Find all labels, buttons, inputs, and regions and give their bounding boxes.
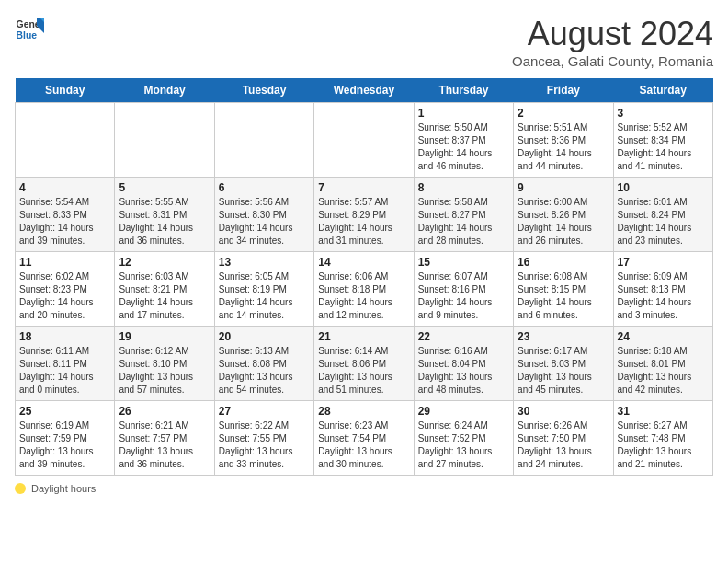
day-info: Sunrise: 6:02 AM Sunset: 8:23 PM Dayligh…: [19, 270, 110, 322]
calendar-day-header: Sunday: [16, 78, 115, 103]
day-info: Sunrise: 5:52 AM Sunset: 8:34 PM Dayligh…: [618, 121, 709, 173]
footer: Daylight hours: [15, 483, 713, 494]
day-info: Sunrise: 5:58 AM Sunset: 8:27 PM Dayligh…: [418, 196, 509, 247]
calendar-cell: 6Sunrise: 5:56 AM Sunset: 8:30 PM Daylig…: [214, 178, 313, 252]
calendar-day-header: Saturday: [613, 78, 712, 103]
day-info: Sunrise: 5:51 AM Sunset: 8:36 PM Dayligh…: [518, 121, 609, 173]
calendar-cell: [214, 103, 313, 178]
day-number: 20: [219, 330, 310, 343]
day-info: Sunrise: 6:12 AM Sunset: 8:10 PM Dayligh…: [119, 345, 210, 396]
day-number: 24: [618, 330, 709, 343]
calendar-week-row: 11Sunrise: 6:02 AM Sunset: 8:23 PM Dayli…: [16, 252, 713, 327]
day-number: 7: [318, 181, 409, 194]
title-block: August 2024 Oancea, Galati County, Roman…: [512, 15, 713, 69]
calendar-cell: 8Sunrise: 5:58 AM Sunset: 8:27 PM Daylig…: [414, 178, 513, 252]
day-number: 14: [318, 256, 409, 269]
day-info: Sunrise: 6:18 AM Sunset: 8:01 PM Dayligh…: [618, 345, 709, 396]
calendar-cell: 7Sunrise: 5:57 AM Sunset: 8:29 PM Daylig…: [314, 178, 414, 252]
calendar-cell: 22Sunrise: 6:16 AM Sunset: 8:04 PM Dayli…: [414, 327, 513, 401]
day-info: Sunrise: 5:55 AM Sunset: 8:31 PM Dayligh…: [119, 196, 210, 247]
calendar-header-row: SundayMondayTuesdayWednesdayThursdayFrid…: [16, 78, 713, 103]
daylight-icon: [15, 483, 26, 494]
calendar-cell: 27Sunrise: 6:22 AM Sunset: 7:55 PM Dayli…: [214, 401, 313, 476]
day-number: 19: [119, 330, 210, 343]
calendar-cell: 21Sunrise: 6:14 AM Sunset: 8:06 PM Dayli…: [314, 327, 414, 401]
day-number: 13: [219, 256, 310, 269]
calendar-cell: 2Sunrise: 5:51 AM Sunset: 8:36 PM Daylig…: [514, 103, 613, 178]
day-info: Sunrise: 5:54 AM Sunset: 8:33 PM Dayligh…: [19, 196, 110, 247]
day-number: 6: [219, 181, 310, 194]
calendar-cell: 24Sunrise: 6:18 AM Sunset: 8:01 PM Dayli…: [613, 327, 712, 401]
day-info: Sunrise: 6:14 AM Sunset: 8:06 PM Dayligh…: [318, 345, 409, 396]
calendar-cell: 26Sunrise: 6:21 AM Sunset: 7:57 PM Dayli…: [115, 401, 214, 476]
calendar-cell: 28Sunrise: 6:23 AM Sunset: 7:54 PM Dayli…: [314, 401, 414, 476]
day-info: Sunrise: 5:56 AM Sunset: 8:30 PM Dayligh…: [219, 196, 310, 247]
calendar-cell: 14Sunrise: 6:06 AM Sunset: 8:18 PM Dayli…: [314, 252, 414, 327]
footer-label: Daylight hours: [31, 483, 96, 494]
day-number: 5: [119, 181, 210, 194]
day-info: Sunrise: 6:03 AM Sunset: 8:21 PM Dayligh…: [119, 270, 210, 322]
calendar-cell: 1Sunrise: 5:50 AM Sunset: 8:37 PM Daylig…: [414, 103, 513, 178]
day-info: Sunrise: 6:26 AM Sunset: 7:50 PM Dayligh…: [518, 419, 609, 471]
calendar-cell: 10Sunrise: 6:01 AM Sunset: 8:24 PM Dayli…: [613, 178, 712, 252]
calendar-cell: 11Sunrise: 6:02 AM Sunset: 8:23 PM Dayli…: [16, 252, 115, 327]
calendar-cell: [16, 103, 115, 178]
day-number: 16: [518, 256, 609, 269]
day-number: 28: [318, 405, 409, 418]
calendar-cell: 18Sunrise: 6:11 AM Sunset: 8:11 PM Dayli…: [16, 327, 115, 401]
day-info: Sunrise: 6:27 AM Sunset: 7:48 PM Dayligh…: [618, 419, 709, 471]
day-number: 25: [19, 405, 110, 418]
day-info: Sunrise: 6:22 AM Sunset: 7:55 PM Dayligh…: [219, 419, 310, 471]
logo-icon: General Blue: [15, 15, 44, 44]
day-info: Sunrise: 6:08 AM Sunset: 8:15 PM Dayligh…: [518, 270, 609, 322]
day-info: Sunrise: 6:07 AM Sunset: 8:16 PM Dayligh…: [418, 270, 509, 322]
day-info: Sunrise: 5:50 AM Sunset: 8:37 PM Dayligh…: [418, 121, 509, 173]
day-info: Sunrise: 5:57 AM Sunset: 8:29 PM Dayligh…: [318, 196, 409, 247]
day-info: Sunrise: 6:00 AM Sunset: 8:26 PM Dayligh…: [518, 196, 609, 247]
day-info: Sunrise: 6:01 AM Sunset: 8:24 PM Dayligh…: [618, 196, 709, 247]
logo: General Blue: [15, 15, 48, 44]
day-info: Sunrise: 6:05 AM Sunset: 8:19 PM Dayligh…: [219, 270, 310, 322]
calendar-cell: [314, 103, 414, 178]
day-info: Sunrise: 6:09 AM Sunset: 8:13 PM Dayligh…: [618, 270, 709, 322]
day-number: 2: [518, 107, 609, 120]
calendar-cell: 5Sunrise: 5:55 AM Sunset: 8:31 PM Daylig…: [115, 178, 214, 252]
day-info: Sunrise: 6:24 AM Sunset: 7:52 PM Dayligh…: [418, 419, 509, 471]
calendar-week-row: 25Sunrise: 6:19 AM Sunset: 7:59 PM Dayli…: [16, 401, 713, 476]
day-info: Sunrise: 6:19 AM Sunset: 7:59 PM Dayligh…: [19, 419, 110, 471]
day-number: 18: [19, 330, 110, 343]
calendar-week-row: 4Sunrise: 5:54 AM Sunset: 8:33 PM Daylig…: [16, 178, 713, 252]
calendar-cell: 30Sunrise: 6:26 AM Sunset: 7:50 PM Dayli…: [514, 401, 613, 476]
day-number: 29: [418, 405, 509, 418]
calendar-day-header: Monday: [115, 78, 214, 103]
subtitle: Oancea, Galati County, Romania: [512, 53, 713, 69]
svg-text:Blue: Blue: [17, 30, 38, 40]
calendar-day-header: Thursday: [414, 78, 513, 103]
calendar-cell: 9Sunrise: 6:00 AM Sunset: 8:26 PM Daylig…: [514, 178, 613, 252]
calendar-week-row: 1Sunrise: 5:50 AM Sunset: 8:37 PM Daylig…: [16, 103, 713, 178]
day-number: 9: [518, 181, 609, 194]
calendar-cell: 19Sunrise: 6:12 AM Sunset: 8:10 PM Dayli…: [115, 327, 214, 401]
calendar-cell: 23Sunrise: 6:17 AM Sunset: 8:03 PM Dayli…: [514, 327, 613, 401]
calendar-cell: 15Sunrise: 6:07 AM Sunset: 8:16 PM Dayli…: [414, 252, 513, 327]
calendar-day-header: Tuesday: [214, 78, 313, 103]
calendar-cell: [115, 103, 214, 178]
day-number: 21: [318, 330, 409, 343]
day-number: 26: [119, 405, 210, 418]
day-number: 8: [418, 181, 509, 194]
day-number: 10: [618, 181, 709, 194]
main-title: August 2024: [512, 15, 713, 53]
calendar-day-header: Wednesday: [314, 78, 414, 103]
calendar-week-row: 18Sunrise: 6:11 AM Sunset: 8:11 PM Dayli…: [16, 327, 713, 401]
day-info: Sunrise: 6:06 AM Sunset: 8:18 PM Dayligh…: [318, 270, 409, 322]
calendar-cell: 13Sunrise: 6:05 AM Sunset: 8:19 PM Dayli…: [214, 252, 313, 327]
page-header: General Blue August 2024 Oancea, Galati …: [15, 15, 713, 69]
day-number: 17: [618, 256, 709, 269]
day-number: 11: [19, 256, 110, 269]
calendar-cell: 3Sunrise: 5:52 AM Sunset: 8:34 PM Daylig…: [613, 103, 712, 178]
day-number: 15: [418, 256, 509, 269]
calendar-table: SundayMondayTuesdayWednesdayThursdayFrid…: [15, 78, 713, 476]
day-info: Sunrise: 6:23 AM Sunset: 7:54 PM Dayligh…: [318, 419, 409, 471]
calendar-cell: 29Sunrise: 6:24 AM Sunset: 7:52 PM Dayli…: [414, 401, 513, 476]
calendar-cell: 16Sunrise: 6:08 AM Sunset: 8:15 PM Dayli…: [514, 252, 613, 327]
